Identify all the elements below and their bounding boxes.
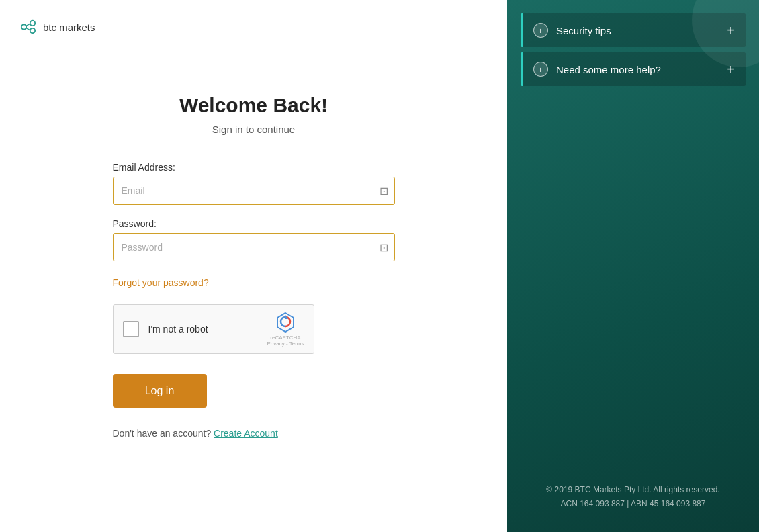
btc-markets-logo-icon — [19, 19, 38, 35]
recaptcha-label: I'm not a robot — [148, 324, 258, 335]
create-account-prompt: Don't have an account? Create Account — [113, 428, 395, 439]
email-field-group: Email Address: ⊡ — [113, 162, 395, 205]
svg-point-1 — [30, 21, 35, 26]
forgot-password-link[interactable]: Forgot your password? — [113, 277, 209, 288]
recaptcha-brand-text: reCAPTCHAPrivacy - Terms — [267, 335, 304, 347]
logo-text: btc markets — [43, 21, 95, 33]
accordion-info-icon-0: i — [533, 23, 548, 38]
svg-line-3 — [26, 24, 30, 26]
recaptcha-checkbox[interactable] — [123, 321, 139, 337]
page-title: Welcome Back! — [179, 94, 328, 117]
accordion-label-1: Need some more help? — [556, 64, 719, 75]
recaptcha-logo-icon — [275, 312, 296, 333]
footer-line2: ACN 164 093 887 | ABN 45 164 093 887 — [507, 497, 759, 512]
svg-point-0 — [21, 24, 26, 29]
footer-line1: © 2019 BTC Markets Pty Ltd. All rights r… — [507, 483, 759, 498]
password-label: Password: — [113, 218, 395, 229]
accordion-info-icon-1: i — [533, 62, 548, 77]
login-form: Email Address: ⊡ Password: ⊡ Forgot your… — [113, 162, 395, 439]
recaptcha-branding: reCAPTCHAPrivacy - Terms — [267, 312, 304, 347]
logo: btc markets — [19, 19, 95, 35]
svg-line-4 — [26, 28, 30, 30]
login-button[interactable]: Log in — [113, 374, 207, 408]
password-field-group: Password: ⊡ — [113, 218, 395, 261]
left-panel: btc markets Welcome Back! Sign in to con… — [0, 0, 507, 532]
right-footer: © 2019 BTC Markets Pty Ltd. All rights r… — [507, 483, 759, 512]
password-icon: ⊡ — [380, 241, 388, 254]
password-input[interactable] — [113, 233, 395, 261]
create-account-link[interactable]: Create Account — [214, 428, 278, 439]
email-label: Email Address: — [113, 162, 395, 173]
recaptcha-widget[interactable]: I'm not a robot reCAPTCHAPrivacy - Terms — [113, 304, 314, 354]
email-icon: ⊡ — [380, 185, 388, 197]
svg-point-2 — [30, 28, 35, 33]
password-input-wrapper: ⊡ — [113, 233, 395, 261]
email-input-wrapper: ⊡ — [113, 177, 395, 205]
email-input[interactable] — [113, 177, 395, 205]
right-panel: i Security tips + i Need some more help?… — [507, 0, 759, 532]
page-subtitle: Sign in to continue — [212, 124, 295, 135]
no-account-text: Don't have an account? — [113, 428, 212, 439]
